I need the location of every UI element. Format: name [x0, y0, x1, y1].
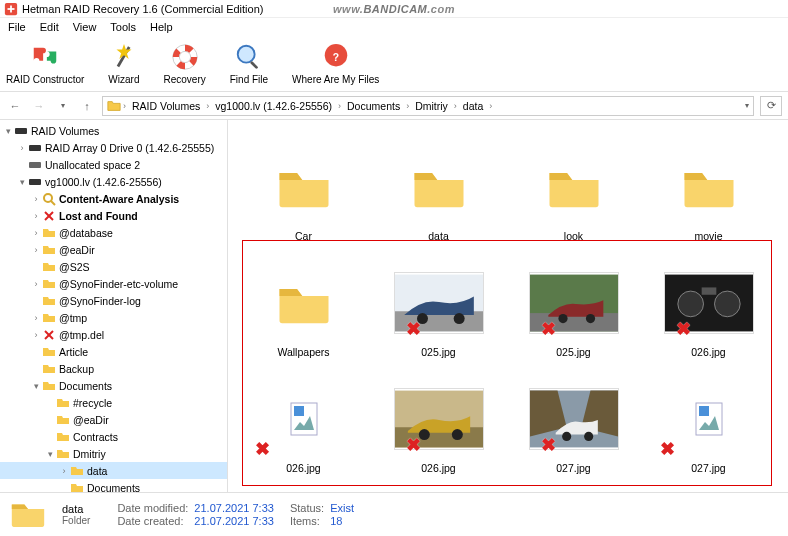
folder-icon — [56, 396, 70, 410]
tree-synofinder[interactable]: ›@SynoFinder-etc-volume — [0, 275, 227, 292]
up-button[interactable]: ↑ — [78, 97, 96, 115]
crumb-2[interactable]: Documents — [343, 100, 404, 112]
file-026c[interactable]: ✖ 026.jpg — [371, 364, 506, 480]
svg-point-30 — [677, 291, 703, 317]
tree-documents2[interactable]: Documents — [0, 479, 227, 492]
back-button[interactable]: ← — [6, 97, 24, 115]
tree-tmp[interactable]: ›@tmp — [0, 309, 227, 326]
titlebar: Hetman RAID Recovery 1.6 (Commercial Edi… — [0, 0, 788, 18]
tree-eadir2[interactable]: @eaDir — [0, 411, 227, 428]
folder-tree[interactable]: ▾RAID Volumes ›RAID Array 0 Drive 0 (1.4… — [0, 120, 228, 492]
window-title: Hetman RAID Recovery 1.6 (Commercial Edi… — [22, 3, 263, 15]
folder-icon — [42, 345, 56, 359]
svg-rect-32 — [701, 287, 716, 294]
menu-tools[interactable]: Tools — [104, 19, 142, 35]
folder-icon — [42, 243, 56, 257]
status-items-label: Items: — [290, 515, 324, 527]
drive-icon — [28, 175, 42, 189]
tree-tmpdel[interactable]: ›@tmp.del — [0, 326, 227, 343]
status-type: Folder — [62, 515, 101, 526]
svg-point-38 — [451, 429, 462, 440]
tree-root[interactable]: ▾RAID Volumes — [0, 122, 227, 139]
tree-synolog[interactable]: @SynoFinder-log — [0, 292, 227, 309]
file-025b[interactable]: ✖ 025.jpg — [506, 248, 641, 364]
file-025a[interactable]: ✖ 025.jpg — [371, 248, 506, 364]
folder-icon — [42, 226, 56, 240]
tree-eadir[interactable]: ›@eaDir — [0, 241, 227, 258]
crumb-1[interactable]: vg1000.lv (1.42.6-25556) — [211, 100, 336, 112]
breadcrumb-dropdown-icon[interactable]: ▾ — [745, 101, 749, 110]
folder-icon — [42, 379, 56, 393]
file-027a[interactable]: ✖ 027.jpg — [506, 364, 641, 480]
svg-line-16 — [51, 201, 55, 205]
find-file-label: Find File — [230, 74, 268, 85]
file-026b[interactable]: ✖ 026.jpg — [236, 364, 371, 480]
tree-array0[interactable]: ›RAID Array 0 Drive 0 (1.42.6-25555) — [0, 139, 227, 156]
folder-look[interactable]: look — [506, 132, 641, 248]
wizard-button[interactable]: Wizard — [108, 42, 139, 85]
wizard-label: Wizard — [108, 74, 139, 85]
tree-dmitriy[interactable]: ▾Dmitriy — [0, 445, 227, 462]
raid-constructor-button[interactable]: RAID Constructor — [6, 42, 84, 85]
menu-file[interactable]: File — [2, 19, 32, 35]
folder-wallpapers[interactable]: Wallpapers — [236, 248, 371, 364]
tree-unalloc[interactable]: Unallocated space 2 — [0, 156, 227, 173]
tree-content-aware[interactable]: ›Content-Aware Analysis — [0, 190, 227, 207]
svg-point-24 — [453, 313, 464, 324]
crumb-4[interactable]: data — [459, 100, 487, 112]
file-027b[interactable]: ✖ 027.jpg — [641, 364, 776, 480]
wand-icon — [109, 42, 139, 72]
magnifier-icon — [42, 192, 56, 206]
recovery-button[interactable]: Recovery — [163, 42, 205, 85]
x-icon — [42, 328, 56, 342]
breadcrumb[interactable]: › RAID Volumes› vg1000.lv (1.42.6-25556)… — [102, 96, 754, 116]
find-file-button[interactable]: Find File — [230, 42, 268, 85]
tree-documents[interactable]: ▾Documents — [0, 377, 227, 394]
tree-database[interactable]: ›@database — [0, 224, 227, 241]
crumb-0[interactable]: RAID Volumes — [128, 100, 204, 112]
tree-backup[interactable]: Backup — [0, 360, 227, 377]
folder-icon — [70, 481, 84, 493]
folder-data[interactable]: data — [371, 132, 506, 248]
tree-article[interactable]: Article — [0, 343, 227, 360]
deleted-x-icon: ✖ — [676, 318, 691, 340]
deleted-x-icon: ✖ — [541, 318, 556, 340]
menu-help[interactable]: Help — [144, 19, 179, 35]
dropdown-nav[interactable]: ▾ — [54, 97, 72, 115]
status-status-label: Status: — [290, 502, 324, 514]
crumb-3[interactable]: Dmitriy — [411, 100, 452, 112]
folder-car[interactable]: Car — [236, 132, 371, 248]
svg-rect-8 — [250, 61, 259, 70]
tree-lost-found[interactable]: ›Lost and Found — [0, 207, 227, 224]
svg-rect-13 — [29, 162, 41, 168]
watermark: www.BANDICAM.com — [333, 1, 455, 16]
tree-contracts[interactable]: Contracts — [0, 428, 227, 445]
forward-button[interactable]: → — [30, 97, 48, 115]
content-pane[interactable]: Car data look movie Wallpapers — [228, 120, 788, 492]
deleted-x-icon: ✖ — [541, 434, 556, 456]
recovery-label: Recovery — [163, 74, 205, 85]
svg-rect-34 — [294, 406, 304, 416]
tree-vg[interactable]: ▾vg1000.lv (1.42.6-25556) — [0, 173, 227, 190]
folder-icon — [42, 277, 56, 291]
svg-rect-12 — [29, 145, 41, 151]
menu-edit[interactable]: Edit — [34, 19, 65, 35]
menu-view[interactable]: View — [67, 19, 103, 35]
tree-data[interactable]: ›data — [0, 462, 227, 479]
folder-icon — [107, 99, 121, 113]
tree-s2s[interactable]: @S2S — [0, 258, 227, 275]
file-026a[interactable]: ✖ 026.jpg — [641, 248, 776, 364]
where-files-button[interactable]: ? Where Are My Files — [292, 42, 379, 85]
status-bar: data Folder Date modified: 21.07.2021 7:… — [0, 492, 788, 536]
space-icon — [28, 158, 42, 172]
svg-point-43 — [584, 432, 593, 441]
refresh-button[interactable]: ⟳ — [760, 96, 782, 116]
svg-point-31 — [714, 291, 740, 317]
svg-text:?: ? — [333, 52, 339, 63]
svg-rect-11 — [15, 128, 27, 134]
deleted-x-icon: ✖ — [255, 438, 270, 460]
tree-recycle[interactable]: #recycle — [0, 394, 227, 411]
folder-movie[interactable]: movie — [641, 132, 776, 248]
drive-icon — [14, 124, 28, 138]
svg-point-42 — [562, 432, 571, 441]
